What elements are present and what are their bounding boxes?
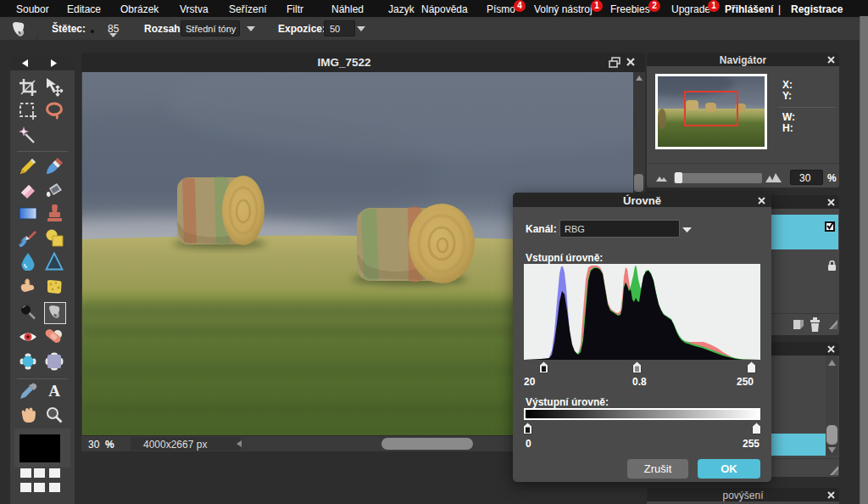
svg-text:A: A — [48, 382, 60, 400]
